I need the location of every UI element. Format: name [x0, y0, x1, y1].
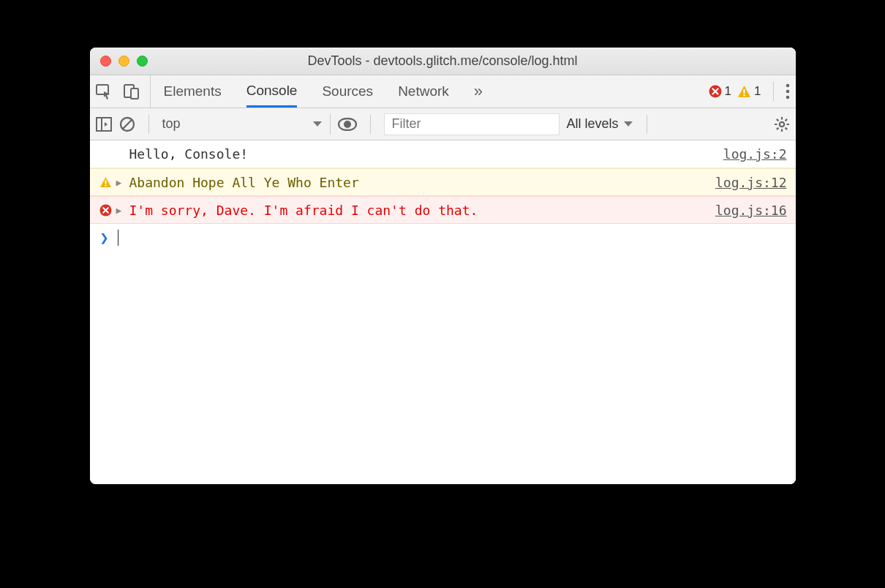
show-console-sidebar-icon[interactable] — [96, 117, 112, 132]
error-icon — [96, 204, 116, 216]
error-count: 1 — [725, 84, 731, 99]
live-expression-icon[interactable] — [338, 118, 357, 131]
console-toolbar: top All levels — [90, 108, 796, 140]
console-message-source-link[interactable]: log.js:16 — [715, 203, 787, 218]
svg-line-20 — [785, 127, 787, 129]
svg-rect-4 — [743, 89, 745, 94]
tab-label: Sources — [322, 83, 373, 99]
console-message-row: Hello, Console! log.js:2 — [90, 140, 796, 168]
text-cursor — [118, 230, 119, 246]
inspect-element-icon[interactable] — [96, 83, 113, 99]
window-title: DevTools - devtools.glitch.me/console/lo… — [90, 53, 796, 69]
svg-rect-5 — [743, 94, 745, 96]
divider — [773, 82, 774, 101]
svg-rect-9 — [97, 118, 111, 131]
console-message-source-link[interactable]: log.js:12 — [715, 175, 787, 190]
svg-line-21 — [785, 118, 787, 121]
log-levels-selector[interactable]: All levels — [567, 116, 633, 132]
svg-point-7 — [786, 90, 789, 94]
svg-point-13 — [344, 121, 351, 128]
expand-toggle[interactable]: ▶ — [116, 205, 129, 216]
chevron-down-icon — [623, 121, 633, 128]
panel-tabbar: Elements Console Sources Network » 1 1 — [90, 75, 796, 108]
error-icon — [709, 85, 722, 98]
close-window-button[interactable] — [100, 56, 111, 67]
tabs-overflow-button[interactable]: » — [474, 75, 483, 108]
chevron-down-icon — [312, 121, 323, 128]
console-message-source-link[interactable]: log.js:2 — [723, 146, 787, 162]
devtools-window: DevTools - devtools.glitch.me/console/lo… — [90, 48, 796, 484]
svg-line-12 — [122, 119, 132, 129]
zoom-window-button[interactable] — [137, 56, 148, 67]
warning-icon — [96, 176, 116, 188]
svg-point-8 — [786, 96, 789, 99]
panel-tabs: Elements Console Sources Network » — [164, 75, 701, 108]
tab-label: Console — [246, 83, 298, 99]
levels-label: All levels — [567, 116, 619, 132]
device-toolbar-icon[interactable] — [124, 83, 140, 99]
svg-rect-2 — [131, 88, 138, 99]
prompt-caret-icon: ❯ — [100, 229, 109, 246]
console-message-text: Hello, Console! — [129, 146, 723, 162]
console-message-row: ▶ I'm sorry, Dave. I'm afraid I can't do… — [90, 196, 796, 224]
console-message-text: I'm sorry, Dave. I'm afraid I can't do t… — [129, 203, 715, 218]
tab-console[interactable]: Console — [246, 75, 298, 108]
tab-label: Elements — [164, 83, 222, 99]
error-count-badge[interactable]: 1 — [709, 84, 731, 99]
context-value: top — [162, 116, 181, 132]
divider — [370, 115, 371, 134]
divider — [647, 115, 647, 134]
svg-rect-24 — [105, 185, 107, 186]
warning-count-badge[interactable]: 1 — [737, 84, 761, 99]
window-controls — [100, 56, 148, 67]
context-selector[interactable]: top — [162, 114, 331, 135]
filter-input[interactable] — [384, 113, 560, 135]
divider — [148, 115, 149, 134]
svg-line-22 — [776, 127, 778, 129]
tab-network[interactable]: Network — [398, 75, 449, 108]
clear-console-icon[interactable] — [119, 116, 135, 132]
svg-point-6 — [786, 84, 789, 88]
svg-rect-23 — [105, 180, 107, 184]
tab-elements[interactable]: Elements — [164, 75, 222, 108]
console-output: Hello, Console! log.js:2 ▶ Abandon Hope … — [90, 140, 796, 484]
console-message-text: Abandon Hope All Ye Who Enter — [129, 175, 715, 190]
console-prompt[interactable]: ❯ — [90, 224, 796, 252]
warning-count: 1 — [754, 84, 761, 99]
minimize-window-button[interactable] — [118, 56, 129, 67]
kebab-menu-icon[interactable] — [786, 83, 790, 99]
console-message-row: ▶ Abandon Hope All Ye Who Enter log.js:1… — [90, 168, 796, 196]
console-settings-gear-icon[interactable] — [774, 116, 790, 132]
tab-sources[interactable]: Sources — [322, 75, 373, 108]
warning-icon — [737, 85, 751, 98]
svg-point-14 — [779, 121, 783, 126]
svg-line-19 — [776, 118, 778, 121]
tab-label: Network — [398, 83, 449, 99]
expand-toggle[interactable]: ▶ — [116, 177, 129, 188]
titlebar: DevTools - devtools.glitch.me/console/lo… — [90, 48, 796, 75]
